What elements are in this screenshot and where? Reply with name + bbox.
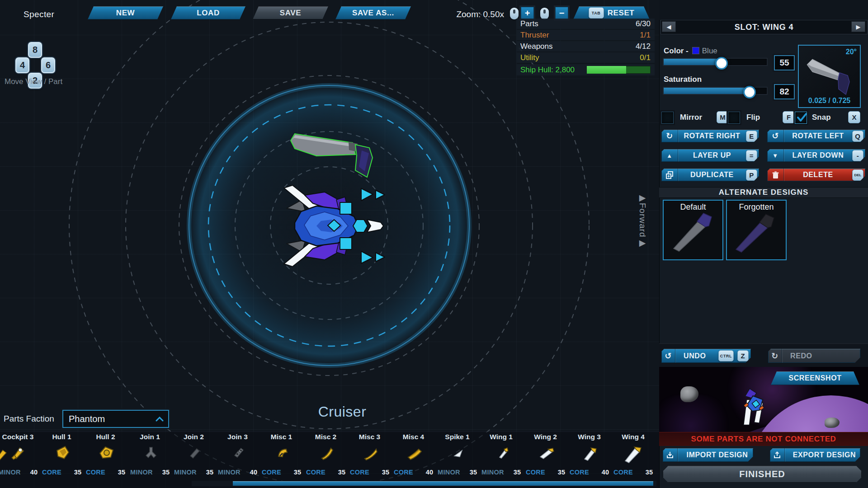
delete-key-badge: DEL xyxy=(852,169,863,181)
part-cell-join-3[interactable]: Join 3 MINOR40 xyxy=(216,433,259,476)
part-cell-join-2[interactable]: Join 2 MINOR35 xyxy=(172,433,216,476)
saturation-slider-knob[interactable] xyxy=(743,86,756,99)
mouse-scroll-down-icon xyxy=(540,8,549,19)
part-icon-cockpit3 xyxy=(10,444,26,460)
part-icon-wing2 xyxy=(537,444,555,460)
import-design-button[interactable]: IMPORT DESIGN xyxy=(663,448,753,462)
part-cell-wing-2[interactable]: Wing 2 CORE35 xyxy=(524,433,567,476)
export-design-button[interactable]: EXPORT DESIGN xyxy=(770,448,860,462)
ctrl-key-badge: CTRL xyxy=(718,350,734,361)
layer-down-button[interactable]: ▼ LAYER DOWN - xyxy=(767,149,865,162)
mirror-checkbox[interactable] xyxy=(661,112,674,124)
stat-row-ship-hull: Ship Hull: 2,800 xyxy=(516,64,655,75)
part-cell-wing-4[interactable]: Wing 4 CORE35 xyxy=(611,433,655,476)
part-icon-misc3 xyxy=(362,444,378,460)
color-slider[interactable] xyxy=(664,59,767,65)
part-cell-hull-2[interactable]: Hull 2 CORE35 xyxy=(84,433,127,476)
undo-button[interactable]: ↺ UNDO CTRL Z xyxy=(661,349,751,363)
delete-button[interactable]: DELETE DEL xyxy=(767,169,865,181)
part-cell-misc-2[interactable]: Misc 2 CORE35 xyxy=(304,433,348,476)
part-cell-hull-1[interactable]: Hull 1 CORE35 xyxy=(40,433,84,476)
part-icon-wing1 xyxy=(493,444,509,460)
color-value-input[interactable]: 55 xyxy=(774,55,795,70)
redo-icon: ↻ xyxy=(768,349,782,363)
snap-checkbox[interactable] xyxy=(795,112,807,124)
zoom-out-button[interactable]: − xyxy=(555,7,568,19)
layer-down-key-badge: - xyxy=(852,150,863,161)
flip-checkbox[interactable] xyxy=(728,112,740,124)
layer-down-icon: ▼ xyxy=(767,149,784,162)
flip-label: Flip xyxy=(746,113,760,122)
part-icon-join1 xyxy=(142,444,158,460)
rotate-left-button[interactable]: ↺ ROTATE LEFT Q xyxy=(767,130,865,142)
mouse-scroll-up-icon xyxy=(510,8,519,19)
finished-button[interactable]: FINISHED xyxy=(663,466,862,483)
alt-design-default[interactable]: Default xyxy=(663,200,723,260)
part-icon-misc1 xyxy=(274,444,290,460)
move-keys-caption: Move View / Part xyxy=(5,77,62,86)
part-icon-hull2 xyxy=(98,444,114,460)
part-cell-misc-3[interactable]: Misc 3 CORE35 xyxy=(348,433,392,476)
hull-bar xyxy=(587,66,651,74)
duplicate-button[interactable]: DUPLICATE P xyxy=(661,169,759,181)
part-icon-join3 xyxy=(230,444,246,460)
rotate-right-key-badge: E xyxy=(746,131,757,142)
reset-view-button[interactable]: TAB RESET xyxy=(573,6,650,19)
zoom-level-label: Zoom: 0.50x xyxy=(432,9,504,19)
zoom-in-button[interactable]: + xyxy=(521,7,534,19)
check-icon xyxy=(796,111,808,124)
saturation-slider[interactable] xyxy=(664,88,767,94)
screenshot-button[interactable]: SCREENSHOT xyxy=(771,371,859,385)
flip-key-badge: F xyxy=(783,111,795,123)
forward-marker: ▶ Forward ▶ xyxy=(635,193,650,261)
ship-stats-panel: Parts6/30 Thruster1/1 Weapons4/12 Utilit… xyxy=(516,19,655,75)
stat-row-weapons: Weapons4/12 xyxy=(516,41,655,52)
part-cell-wing-1[interactable]: Wing 1 MINOR35 xyxy=(479,433,523,476)
saturation-value-input[interactable]: 82 xyxy=(774,84,795,99)
layer-up-key-badge: = xyxy=(746,150,757,161)
save-as-button[interactable]: SAVE AS... xyxy=(335,6,411,19)
parts-scrollbar-thumb[interactable] xyxy=(233,481,653,486)
part-cell-misc-4[interactable]: Misc 4 CORE40 xyxy=(392,433,435,476)
part-cell-wing-3[interactable]: Wing 3 CORE40 xyxy=(567,433,611,476)
next-slot-button[interactable]: ▶ xyxy=(851,21,865,32)
save-button[interactable]: SAVE xyxy=(253,6,328,19)
ship-class-label: Cruiser xyxy=(274,404,410,420)
part-cell-misc-1[interactable]: Misc 1 CORE35 xyxy=(259,433,303,476)
rotate-left-key-badge: Q xyxy=(852,131,863,142)
part-icon-wing3 xyxy=(580,444,599,462)
part-icon-wing4 xyxy=(623,444,644,463)
part-icon-hull1 xyxy=(54,444,70,460)
mirror-label: Mirror xyxy=(680,113,702,122)
export-icon xyxy=(770,448,785,462)
part-cell-spike-1[interactable]: Spike 1 MINOR35 xyxy=(435,433,479,476)
chevron-up-icon xyxy=(156,417,164,422)
forward-arrow-icon: ▶ xyxy=(639,193,646,202)
load-button[interactable]: LOAD xyxy=(171,6,245,19)
redo-button[interactable]: ↻ REDO xyxy=(768,349,860,363)
layer-up-button[interactable]: ▲ LAYER UP = xyxy=(661,149,759,162)
stat-row-utility: Utility0/1 xyxy=(516,52,655,63)
part-preview-box: 20° 0.025 / 0.725 xyxy=(798,45,861,108)
parts-faction-dropdown[interactable]: Phantom xyxy=(62,410,169,428)
part-cell-join-1[interactable]: Join 1 MINOR35 xyxy=(128,433,172,476)
z-key-badge: Z xyxy=(737,350,749,361)
forward-label: Forward xyxy=(637,203,647,238)
part-cell-cockpit-3[interactable]: Cockpit 3 MINOR40 xyxy=(0,433,40,476)
rotate-cw-icon: ↻ xyxy=(661,130,678,142)
rotate-right-button[interactable]: ↻ ROTATE RIGHT E xyxy=(661,130,759,142)
part-icon-misc2 xyxy=(318,444,334,460)
ship-name: Specter xyxy=(24,9,54,19)
connection-warning: SOME PARTS ARE NOT CONNECTED xyxy=(659,432,868,446)
new-button[interactable]: NEW xyxy=(88,6,163,19)
part-angle: 20° xyxy=(846,48,857,56)
panel-top-strip xyxy=(659,0,868,20)
undo-icon: ↺ xyxy=(661,349,675,363)
parts-scrollbar-track[interactable] xyxy=(192,481,656,486)
alt-design-forgotten[interactable]: Forgotten xyxy=(726,200,787,260)
color-swatch xyxy=(692,47,699,54)
color-label: Color -Blue xyxy=(664,47,717,56)
prev-slot-button[interactable]: ◀ xyxy=(662,21,676,32)
rotate-ccw-icon: ↺ xyxy=(767,130,784,142)
snap-key-badge: X xyxy=(848,111,860,123)
